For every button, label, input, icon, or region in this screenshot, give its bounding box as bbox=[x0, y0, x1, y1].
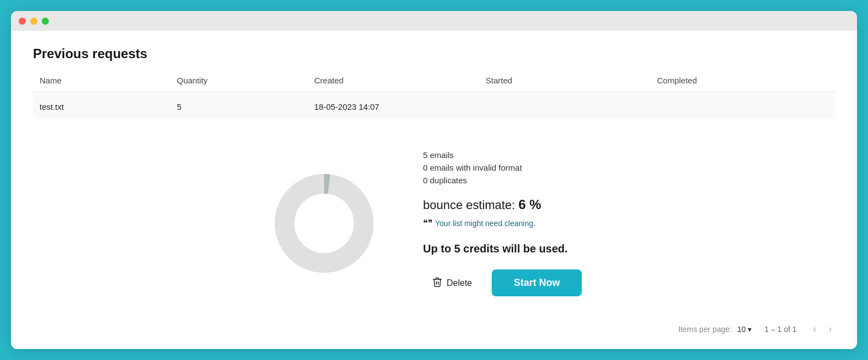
app-window: Previous requests Name Quantity Created … bbox=[11, 11, 857, 349]
detail-panel: 5 emails 0 emails with invalid format 0 … bbox=[33, 130, 835, 317]
stat-emails: 5 emails bbox=[423, 150, 599, 160]
table-header: Name Quantity Created Started Completed bbox=[33, 74, 835, 92]
items-per-page-label: Items per page: bbox=[678, 325, 732, 334]
action-buttons: Delete Start Now bbox=[423, 269, 599, 296]
start-label: Start Now bbox=[514, 277, 560, 288]
col-quantity: Quantity bbox=[177, 74, 314, 87]
col-started: Started bbox=[486, 74, 657, 87]
quote-icon: ❝❞ bbox=[423, 218, 433, 228]
pagination-info: 1 – 1 of 1 bbox=[765, 325, 797, 334]
row-name: test.txt bbox=[40, 102, 177, 111]
next-page-button[interactable]: › bbox=[825, 322, 835, 336]
items-per-page-value: 10 bbox=[737, 325, 746, 334]
col-name: Name bbox=[40, 74, 177, 87]
svg-point-0 bbox=[285, 184, 364, 263]
warning-text: ❝❞ Your list might need cleaning. bbox=[423, 218, 599, 228]
stat-invalid: 0 emails with invalid format bbox=[423, 163, 599, 172]
col-completed: Completed bbox=[657, 74, 828, 87]
bounce-label: bounce estimate: bbox=[423, 198, 515, 212]
row-started bbox=[486, 102, 657, 111]
row-quantity: 5 bbox=[177, 102, 314, 111]
maximize-button[interactable] bbox=[42, 18, 49, 25]
donut-svg bbox=[269, 168, 379, 278]
footer: Items per page: 10 ▾ 1 – 1 of 1 ‹ › bbox=[33, 317, 835, 338]
prev-page-button[interactable]: ‹ bbox=[810, 322, 820, 336]
items-per-page-select[interactable]: 10 ▾ bbox=[737, 325, 752, 334]
col-created: Created bbox=[314, 74, 486, 87]
minimize-button[interactable] bbox=[30, 18, 37, 25]
trash-icon bbox=[432, 277, 443, 290]
credits-text: Up to 5 credits will be used. bbox=[423, 243, 599, 255]
bounce-estimate: bounce estimate: 6 % bbox=[423, 197, 599, 212]
row-created: 18-05-2023 14:07 bbox=[314, 102, 486, 111]
delete-label: Delete bbox=[447, 278, 472, 288]
warning-message: Your list might need cleaning. bbox=[435, 219, 535, 228]
close-button[interactable] bbox=[19, 18, 26, 25]
donut-chart bbox=[269, 168, 379, 278]
stat-duplicates: 0 duplicates bbox=[423, 176, 599, 185]
delete-button[interactable]: Delete bbox=[423, 271, 481, 295]
bounce-value: 6 % bbox=[519, 197, 541, 212]
chevron-down-icon: ▾ bbox=[748, 325, 752, 334]
stats-panel: 5 emails 0 emails with invalid format 0 … bbox=[423, 150, 599, 296]
start-now-button[interactable]: Start Now bbox=[492, 269, 582, 296]
main-content: Previous requests Name Quantity Created … bbox=[11, 31, 857, 349]
titlebar bbox=[11, 11, 857, 31]
page-title: Previous requests bbox=[33, 46, 835, 61]
table-row[interactable]: test.txt 5 18-05-2023 14:07 bbox=[33, 94, 835, 119]
row-completed bbox=[657, 102, 828, 111]
